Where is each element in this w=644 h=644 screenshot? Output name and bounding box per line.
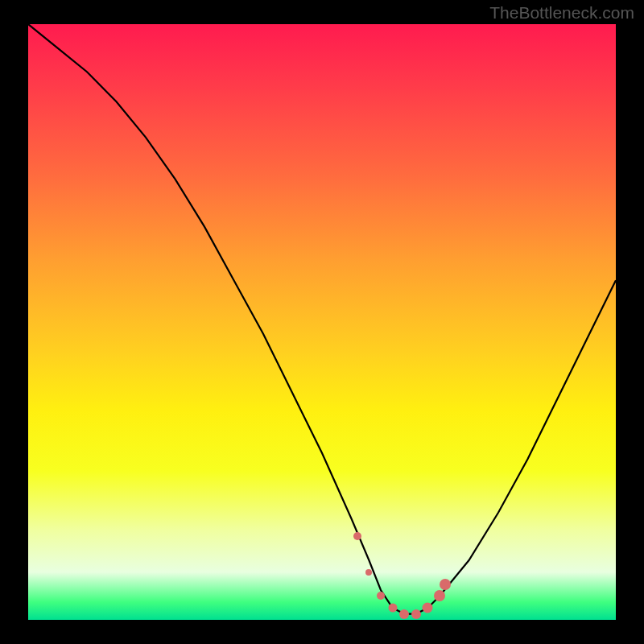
curve-marker <box>440 579 451 590</box>
curve-marker <box>411 609 421 619</box>
curve-marker <box>388 604 397 613</box>
curve-marker <box>365 569 372 576</box>
curve-marker <box>353 532 361 540</box>
curve-marker <box>423 603 433 613</box>
curve-markers <box>28 24 616 620</box>
curve-marker <box>399 609 409 619</box>
curve-marker <box>434 590 445 601</box>
watermark-text: TheBottleneck.com <box>489 3 634 23</box>
curve-marker <box>377 592 385 600</box>
